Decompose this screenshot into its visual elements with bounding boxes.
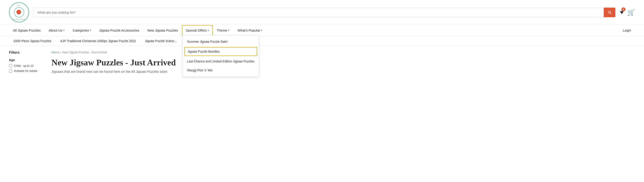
nav-item-accessories[interactable]: Jigsaw Puzzle Accessories [95, 25, 143, 36]
logo[interactable]: ALL JIGSAW PUZZLES [9, 2, 29, 22]
filter-child-checkbox[interactable] [9, 64, 12, 67]
filters-title: Filters [9, 51, 45, 55]
breadcrumb-current: New Jigsaw Puzzles - Just Arrived [62, 51, 107, 54]
page-subtitle: Jigsaws that are brand new can be found … [52, 70, 635, 73]
breadcrumb: Home > New Jigsaw Puzzles - Just Arrived [52, 51, 635, 54]
sec-nav-subscription[interactable]: Jigsaw Puzzle Subsc... [140, 36, 181, 46]
chevron-down-icon: ▾ [261, 29, 262, 32]
age-filter-title: Age [9, 58, 45, 62]
wishlist-button[interactable]: ♥ 0 [620, 9, 624, 16]
filter-child-label: Child - up to 12 [14, 64, 34, 67]
site-header: ALL JIGSAW PUZZLES ♥ 0 🛒 [0, 0, 644, 25]
filter-adults-label: Suitable for Adults [14, 69, 37, 73]
page-title: New Jigsaw Puzzles - Just Arrived [52, 58, 635, 67]
search-icon [607, 10, 612, 15]
logo-top-text: ALL [17, 5, 21, 6]
logo-bottom-text: JIGSAW PUZZLES [12, 19, 26, 20]
dropdown-item-bundles[interactable]: Jigsaw Puzzle Bundles [184, 47, 257, 56]
primary-nav: All Jigsaw Puzzles About Us ▾ Categories… [0, 25, 644, 36]
filter-adults: Suitable for Adults [9, 69, 45, 73]
main-content: Home > New Jigsaw Puzzles - Just Arrived… [52, 51, 635, 74]
filter-adults-checkbox[interactable] [9, 69, 12, 73]
dropdown-item-wasgij[interactable]: Wasgij Pick 'n' Mix [183, 66, 259, 75]
sec-nav-christmas-puzzle[interactable]: AJP Traditional Christmas 1000pc Jigsaw … [56, 36, 140, 46]
main-layout: Filters Age Child - up to 12 Suitable fo… [0, 46, 644, 79]
sidebar: Filters Age Child - up to 12 Suitable fo… [9, 51, 45, 74]
sec-nav-1000-piece[interactable]: 1000 Piece Jigsaw Puzzles [9, 36, 56, 46]
nav-item-about-us[interactable]: About Us ▾ [44, 25, 69, 36]
chevron-down-icon: ▾ [63, 29, 64, 32]
filter-child: Child - up to 12 [9, 64, 45, 67]
chevron-down-icon: ▾ [90, 29, 91, 32]
dropdown-item-summer-sale[interactable]: Summer Jigsaw Puzzle Sale! [183, 37, 259, 46]
secondary-nav: 1000 Piece Jigsaw Puzzles AJP Traditiona… [0, 36, 644, 46]
special-offers-dropdown: Summer Jigsaw Puzzle Sale! Jigsaw Puzzle… [182, 35, 259, 77]
wishlist-badge: 0 [622, 8, 626, 12]
logo-puzzle-icon [14, 7, 24, 18]
header-icons: ♥ 0 🛒 [620, 9, 635, 16]
search-button[interactable] [604, 8, 616, 17]
breadcrumb-separator: > [60, 51, 62, 54]
cart-button[interactable]: 🛒 [627, 9, 635, 16]
chevron-down-icon: ▾ [228, 29, 230, 32]
nav-login[interactable]: Login [619, 25, 635, 36]
nav-item-all-jigsaw-puzzles[interactable]: All Jigsaw Puzzles [9, 25, 44, 36]
search-container [34, 8, 616, 17]
nav-item-categories[interactable]: Categories ▾ [69, 25, 95, 36]
cart-icon: 🛒 [627, 9, 635, 16]
dropdown-item-last-chance[interactable]: Last Chance and Limited Edition Jigsaw P… [183, 57, 259, 66]
search-input[interactable] [34, 8, 616, 17]
breadcrumb-home[interactable]: Home [52, 51, 59, 54]
nav-item-whats-popular[interactable]: What's Popular ▾ [234, 25, 266, 36]
nav-item-new-jigsaw[interactable]: New Jigsaw Puzzles [143, 25, 182, 36]
nav-item-special-offers[interactable]: Special Offers ▾ Summer Jigsaw Puzzle Sa… [182, 25, 213, 36]
nav-item-theme[interactable]: Theme ▾ [213, 25, 234, 36]
chevron-down-icon: ▾ [208, 29, 209, 32]
